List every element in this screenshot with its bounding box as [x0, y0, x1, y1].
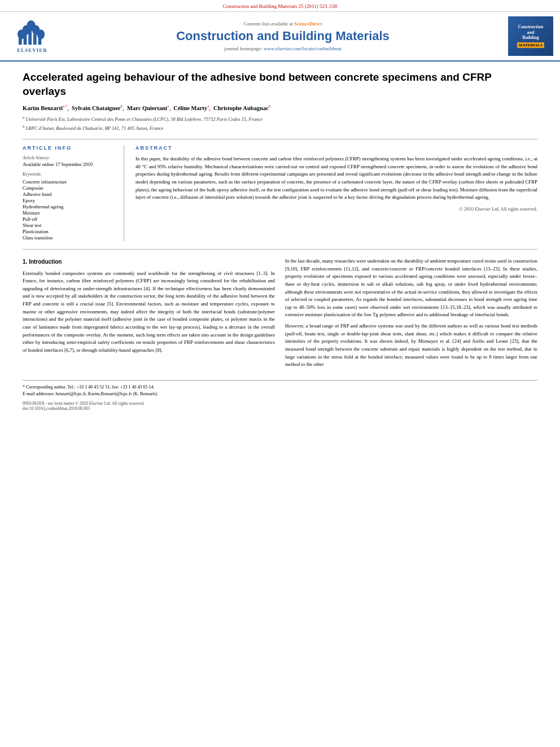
svg-rect-3 [33, 34, 37, 45]
info-columns: ARTICLE INFO Article history: Available … [23, 145, 537, 241]
cbm-logo-area: Construction and Building MATERIALS [508, 16, 553, 56]
divider-1 [23, 139, 537, 139]
keywords-label: Keywords: [23, 172, 115, 177]
author-3: Marc Quiertant [127, 105, 167, 111]
keyword-1: Concrete infrastructure [23, 179, 115, 185]
abstract-col: ABSTRACT In this paper, the durability o… [135, 145, 537, 241]
keyword-2: Composite [23, 185, 115, 191]
article-history: Article history: Available online 17 Sep… [23, 155, 115, 167]
keywords-section: Keywords: Concrete infrastructure Compos… [23, 172, 115, 241]
keyword-5: Hydrothermal ageing [23, 204, 115, 209]
body-col-right: In the last decade, many researches were… [285, 257, 537, 372]
elsevier-brand-text: ELSEVIER [17, 47, 47, 53]
section1-para3: However, a broad range of FRP and adhesi… [285, 322, 537, 369]
doi-text: doi:10.1016/j.conbuildmat.2010.08.003 [23, 406, 90, 411]
keyword-4: Epoxy [23, 198, 115, 203]
abstract-text: In this paper, the durability of the adh… [135, 155, 537, 202]
journal-title: Construction and Building Materials [63, 29, 502, 43]
issn-text: 0950-0618/$ - see front matter © 2010 El… [23, 401, 145, 406]
svg-point-9 [37, 29, 45, 39]
affil-1: a Université Paris Est, Laboratoire Cent… [23, 115, 537, 123]
page-container: Construction and Building Materials 25 (… [0, 0, 560, 747]
divider-2 [23, 249, 537, 250]
author-4: Céline Marty [173, 105, 207, 111]
journal-ref-bar: Construction and Building Materials 25 (… [0, 0, 560, 12]
cbm-logo-badge: MATERIALS [517, 42, 544, 48]
author-5: Christophe Aubagnac [213, 105, 269, 111]
sciencedirect-line: Contents lists available at ScienceDirec… [63, 21, 502, 27]
keyword-8: Shear test [23, 222, 115, 228]
keyword-10: Glass transition [23, 235, 115, 241]
keyword-9: Plasticization [23, 229, 115, 234]
history-value: Available online 17 September 2010 [23, 161, 93, 167]
journal-ref-text: Construction and Building Materials 25 (… [223, 3, 338, 9]
abstract-heading: ABSTRACT [135, 145, 537, 151]
footnote-email: E-mail addresses: benzarti@lcpc.fr, Kari… [23, 391, 537, 397]
section1-para1: Externally bonded composites systems are… [23, 270, 275, 355]
footnote-corresponding: * Corresponding author. Tel.: +33 1 40 4… [23, 384, 537, 391]
sciencedirect-link[interactable]: ScienceDirect [294, 21, 322, 27]
section1-heading: 1. Introduction [23, 257, 275, 267]
elsevier-logo: ELSEVIER [15, 19, 49, 53]
keyword-7: Pull-off [23, 216, 115, 222]
body-col-left: 1. Introduction Externally bonded compos… [23, 257, 275, 372]
cbm-logo: Construction and Building MATERIALS [508, 16, 553, 56]
keyword-3: Adhesive bond [23, 191, 115, 197]
issn-line: 0950-0618/$ - see front matter © 2010 El… [23, 401, 537, 411]
author-2: Sylvain Chataigner [72, 105, 121, 111]
copyright-line: © 2010 Elsevier Ltd. All rights reserved… [135, 206, 537, 212]
affil-2: b LRPC d'Autun, Boulevard de l'Industrie… [23, 124, 537, 132]
journal-homepage: journal homepage: www.elsevier.com/locat… [63, 46, 502, 51]
homepage-url[interactable]: www.elsevier.com/locate/conbuildmat [264, 46, 342, 51]
affiliations: a Université Paris Est, Laboratoire Cent… [23, 115, 537, 132]
header-area: ELSEVIER Contents lists available at Sci… [0, 12, 560, 62]
homepage-prefix: journal homepage: [224, 46, 263, 51]
section1-title: Introduction [29, 259, 62, 265]
header-center: Contents lists available at ScienceDirec… [63, 21, 502, 51]
elsevier-logo-area: ELSEVIER [7, 19, 58, 53]
article-info-heading: ARTICLE INFO [23, 145, 115, 151]
sciencedirect-prefix: Contents lists available at [244, 21, 294, 27]
article-content: Accelerated ageing behaviour of the adhe… [0, 62, 560, 420]
article-info-col: ARTICLE INFO Article history: Available … [23, 145, 124, 241]
author-1: Karim Benzarti [23, 105, 63, 111]
elsevier-tree-icon [15, 19, 49, 46]
section1-number: 1. [23, 259, 27, 265]
keyword-6: Moisture [23, 210, 115, 216]
section1-para2: In the last decade, many researches were… [285, 257, 537, 319]
history-label: Article history: [23, 155, 115, 160]
body-columns: 1. Introduction Externally bonded compos… [23, 257, 537, 372]
authors-line: Karim Benzartia,*, Sylvain Chataignerb, … [23, 104, 537, 111]
article-title: Accelerated ageing behaviour of the adhe… [23, 71, 537, 98]
footnote-section: * Corresponding author. Tel.: +33 1 40 4… [23, 380, 537, 411]
cbm-logo-title: Construction and Building [518, 24, 544, 41]
